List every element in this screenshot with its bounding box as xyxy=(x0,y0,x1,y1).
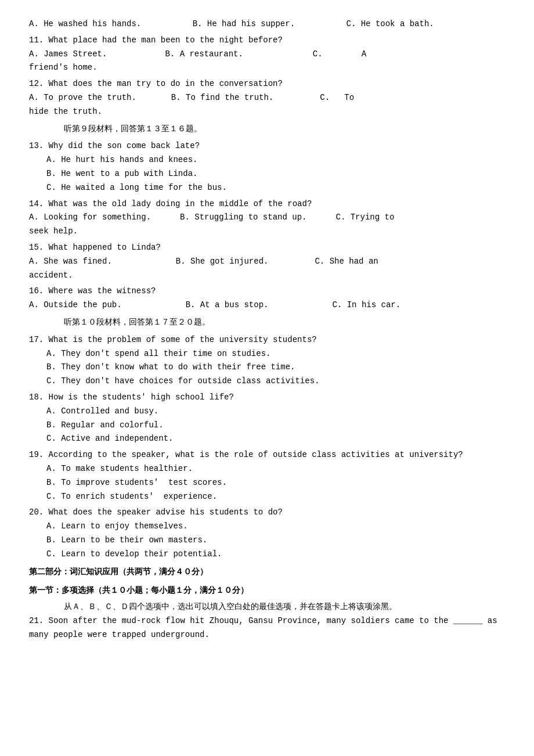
question-20-text: 20. What does the speaker advise his stu… xyxy=(29,506,505,520)
q14-opt-c-cont: seek help. xyxy=(29,225,505,239)
question-16: 16. Where was the witness? A. Outside th… xyxy=(29,285,505,312)
q11-opt-c: C. A xyxy=(313,48,366,62)
q16-opt-c: C. In his car. xyxy=(332,298,400,312)
options-row-10: A. He washed his hands. B. He had his su… xyxy=(29,17,505,31)
question-21-text: 21. Soon after the mud-rock flow hit Zho… xyxy=(29,614,505,642)
section-header-9: 听第９段材料，回答第１３至１６题。 xyxy=(29,123,505,136)
q12-opt-a: A. To prove the truth. xyxy=(29,91,136,105)
question-11: 11. What place had the man been to the n… xyxy=(29,34,505,75)
q12-opt-c: C. To xyxy=(320,91,354,105)
section-header-10: 听第１０段材料，回答第１７至２０题。 xyxy=(29,316,505,330)
question-15-text: 15. What happened to Linda? xyxy=(29,241,505,255)
section2-sub-header: 第一节：多项选择（共１０小题；每小题１分，满分１０分） xyxy=(29,584,505,598)
question-17-text: 17. What is the problem of some of the u… xyxy=(29,333,505,347)
question-14: 14. What was the old lady doing in the m… xyxy=(29,197,505,239)
option-c-cont: bath. xyxy=(410,19,434,28)
q14-opt-c: C. Trying to xyxy=(335,211,394,225)
q18-opt-c: C. Active and independent. xyxy=(46,432,505,446)
q14-opt-a: A. Looking for something. xyxy=(29,211,151,225)
q15-opt-a: A. She was fined. xyxy=(29,255,112,269)
q15-opt-c-cont: accident. xyxy=(29,269,505,283)
question-11-options: A. James Street. B. A restaurant. C. A xyxy=(29,48,505,62)
question-12-options: A. To prove the truth. B. To find the tr… xyxy=(29,91,505,105)
section2-header: 第二部分：词汇知识应用（共两节，满分４０分） xyxy=(29,566,505,579)
question-15: 15. What happened to Linda? A. She was f… xyxy=(29,241,505,282)
question-14-options: A. Looking for something. B. Struggling … xyxy=(29,211,505,225)
question-16-options: A. Outside the pub. B. At a bus stop. C.… xyxy=(29,298,505,312)
question-12: 12. What does the man try to do in the c… xyxy=(29,77,505,118)
q20-opt-c: C. Learn to develop their potential. xyxy=(46,548,505,561)
option-b: B. He had his supper. xyxy=(193,19,295,28)
q11-opt-c-cont: friend's home. xyxy=(29,61,505,75)
q14-opt-b: B. Struggling to stand up. xyxy=(180,211,306,225)
question-19: 19. According to the speaker, what is th… xyxy=(29,448,505,503)
question-13-text: 13. Why did the son come back late? xyxy=(29,139,505,153)
question-20: 20. What does the speaker advise his stu… xyxy=(29,506,505,561)
q16-opt-b: B. At a bus stop. xyxy=(186,298,269,312)
option-a: A. He washed his hands. xyxy=(29,19,141,28)
question-11-text: 11. What place had the man been to the n… xyxy=(29,34,505,48)
q19-opt-b: B. To improve students' test scores. xyxy=(46,476,505,490)
q19-opt-a: A. To make students healthier. xyxy=(46,462,505,476)
question-13: 13. Why did the son come back late? A. H… xyxy=(29,139,505,195)
q17-opt-a: A. They don't spend all their time on st… xyxy=(46,347,505,361)
q18-opt-b: B. Regular and colorful. xyxy=(46,419,505,433)
q13-opt-b: B. He went to a pub with Linda. xyxy=(46,167,505,181)
q17-opt-b: B. They don't know what to do with their… xyxy=(46,361,505,375)
q11-opt-b: B. A restaurant. xyxy=(165,48,243,62)
question-14-text: 14. What was the old lady doing in the m… xyxy=(29,197,505,211)
q18-opt-a: A. Controlled and busy. xyxy=(46,405,505,419)
q15-opt-b: B. She got injured. xyxy=(176,255,269,269)
option-c: C. He took a xyxy=(346,19,405,28)
section2-instruction: 从Ａ、Ｂ、Ｃ、Ｄ四个选项中，选出可以填入空白处的最佳选项，并在答题卡上将该项涂黑… xyxy=(64,600,505,614)
question-16-text: 16. Where was the witness? xyxy=(29,285,505,298)
q11-opt-a: A. James Street. xyxy=(29,48,107,62)
q16-opt-a: A. Outside the pub. xyxy=(29,298,122,312)
question-21: 21. Soon after the mud-rock flow hit Zho… xyxy=(29,614,505,642)
q20-opt-b: B. Learn to be their own masters. xyxy=(46,534,505,548)
main-content: A. He washed his hands. B. He had his su… xyxy=(29,17,505,642)
q13-opt-c: C. He waited a long time for the bus. xyxy=(46,181,505,195)
q13-opt-a: A. He hurt his hands and knees. xyxy=(46,153,505,167)
question-18: 18. How is the students' high school lif… xyxy=(29,391,505,446)
question-18-text: 18. How is the students' high school lif… xyxy=(29,391,505,405)
q12-opt-c-cont: hide the truth. xyxy=(29,105,505,119)
q12-opt-b: B. To find the truth. xyxy=(171,91,273,105)
q20-opt-a: A. Learn to enjoy themselves. xyxy=(46,520,505,534)
question-17: 17. What is the problem of some of the u… xyxy=(29,333,505,388)
q19-opt-c: C. To enrich students' experience. xyxy=(46,490,505,504)
q17-opt-c: C. They don't have choices for outside c… xyxy=(46,375,505,388)
question-12-text: 12. What does the man try to do in the c… xyxy=(29,77,505,91)
question-19-text: 19. According to the speaker, what is th… xyxy=(29,448,505,462)
question-15-options: A. She was fined. B. She got injured. C.… xyxy=(29,255,505,269)
q15-opt-c: C. She had an xyxy=(315,255,378,269)
